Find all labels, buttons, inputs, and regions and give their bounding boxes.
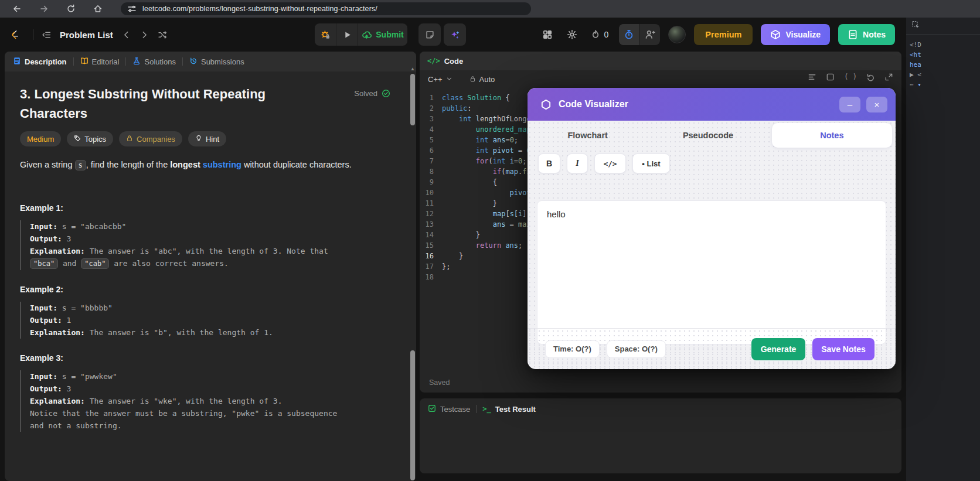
brackets-icon[interactable]: ( )	[844, 73, 857, 84]
chip-medium[interactable]: Medium	[20, 131, 61, 146]
ai-assistant-button[interactable]	[444, 23, 466, 46]
next-problem-icon[interactable]	[139, 30, 149, 40]
text-run: Output:	[30, 234, 62, 243]
save-notes-button[interactable]: Save Notes	[812, 338, 874, 360]
play-icon	[342, 30, 352, 40]
devtools-line[interactable]: hea	[910, 60, 980, 70]
scrollbar-thumb-lower[interactable]	[410, 350, 415, 480]
streak-counter[interactable]: 0	[590, 29, 609, 40]
minimize-button[interactable]: –	[839, 97, 860, 112]
example-label: Example 2:	[20, 285, 390, 294]
invite-button[interactable]	[639, 24, 660, 45]
inline-code: "bca"	[30, 258, 58, 269]
reload-icon[interactable]	[66, 4, 76, 14]
scrollbar-up-arrow[interactable]: ▲	[410, 67, 415, 71]
inline-link[interactable]: substring	[203, 160, 241, 169]
sticky-note-button[interactable]	[418, 23, 441, 46]
modal-tab-pseudocode[interactable]: Pseudocode	[648, 121, 768, 150]
space-complexity-pill[interactable]: Space: O(?)	[607, 340, 666, 358]
modal-tab-notes[interactable]: Notes	[772, 123, 892, 148]
devtools-elements-tree[interactable]: <!D<hthea▶ <⋯ ▾	[906, 35, 980, 90]
window-icon[interactable]	[826, 73, 835, 84]
line-number: 5	[420, 135, 442, 145]
leetcode-logo[interactable]	[9, 30, 25, 40]
forward-icon[interactable]	[39, 4, 49, 14]
tab-test-result[interactable]: >_ Test Result	[482, 405, 536, 414]
list-button[interactable]: • List	[632, 153, 670, 173]
scrollbar-thumb[interactable]	[410, 74, 415, 125]
back-icon[interactable]	[12, 4, 22, 14]
example-line: Input: s = "pwwkew"	[30, 370, 390, 383]
visualize-button[interactable]: Visualize	[761, 24, 830, 45]
description-panel: DescriptionEditorialSolutionsSubmissions…	[5, 52, 416, 481]
tab-description[interactable]: Description	[13, 57, 67, 67]
text-run: without duplicate characters.	[241, 160, 352, 169]
sparkles-icon	[450, 30, 460, 40]
editor-actions: ( )	[808, 73, 893, 84]
modal-tab-flowchart[interactable]: Flowchart	[528, 121, 648, 150]
language-selector[interactable]: C++	[428, 75, 452, 84]
text-run: Explanation:	[30, 247, 85, 255]
line-number: 18	[420, 272, 442, 282]
devtools-line[interactable]: ⋯ ▾	[910, 80, 980, 90]
tab-testcase[interactable]: Testcase	[428, 404, 470, 414]
chip-topics[interactable]: Topics	[67, 131, 113, 146]
home-icon[interactable]	[93, 4, 103, 14]
undo-icon[interactable]	[866, 73, 875, 84]
premium-button[interactable]: Premium	[694, 24, 753, 45]
submit-button[interactable]: Submit	[358, 23, 407, 46]
tab-submissions[interactable]: Submissions	[189, 57, 244, 67]
debug-button[interactable]	[315, 23, 336, 46]
chip-hint[interactable]: Hint	[188, 131, 226, 146]
apps-grid-icon[interactable]	[542, 29, 553, 40]
leetcode-app: Problem List Submit	[0, 18, 980, 481]
problem-list-link[interactable]: Problem List	[60, 30, 113, 40]
gear-icon[interactable]	[567, 29, 577, 40]
auto-label: Auto	[479, 75, 495, 84]
inline-code: s	[75, 160, 86, 170]
tab-label: Description	[25, 57, 67, 66]
debug-icon	[321, 30, 331, 40]
problem-list-icon[interactable]	[42, 30, 52, 40]
tab-label: Submissions	[201, 57, 244, 66]
streak-count: 0	[604, 30, 609, 39]
devtools-line[interactable]: <ht	[910, 50, 980, 60]
format-lines-icon[interactable]	[808, 73, 816, 84]
text-run: The answer is "b", with the length of 1.	[85, 328, 273, 337]
italic-button[interactable]: I	[567, 153, 588, 173]
code-text: if(map.find	[442, 166, 539, 177]
code-format-button[interactable]: </>	[594, 153, 626, 173]
chip-companies[interactable]: Companies	[119, 131, 182, 146]
time-complexity-pill[interactable]: Time: O(?)	[545, 340, 600, 358]
timer-pill	[619, 24, 660, 45]
inline-code: "cab"	[81, 258, 109, 269]
code-panel-title: Code	[444, 57, 464, 66]
bold-button[interactable]: B	[538, 153, 560, 173]
run-button[interactable]	[336, 23, 358, 46]
line-number: 15	[420, 240, 442, 251]
address-bar[interactable]: leetcode.com/problems/longest-substring-…	[121, 2, 531, 15]
code-text: int ans=0;	[442, 135, 518, 145]
prev-problem-icon[interactable]	[121, 30, 131, 40]
close-button[interactable]: ×	[866, 97, 887, 112]
inspect-icon[interactable]	[911, 21, 920, 32]
devtools-line[interactable]: <!D	[910, 40, 980, 50]
stopwatch-button[interactable]	[619, 24, 639, 45]
devtools-line[interactable]: ▶ <	[910, 70, 980, 80]
expand-icon[interactable]	[884, 73, 893, 84]
text-run: are also correct answers.	[109, 259, 229, 268]
avatar[interactable]	[668, 26, 686, 43]
tab-solutions[interactable]: Solutions	[132, 57, 175, 67]
line-number: 14	[420, 230, 442, 240]
shuffle-icon[interactable]	[158, 30, 168, 40]
tab-editorial[interactable]: Editorial	[80, 57, 120, 67]
text-run: Explanation:	[30, 328, 85, 337]
auto-toggle[interactable]: Auto	[469, 75, 495, 84]
notes-editor[interactable]: hello	[537, 200, 886, 344]
chip-label: Companies	[137, 135, 175, 144]
generate-button[interactable]: Generate	[751, 338, 805, 360]
divider	[182, 57, 183, 66]
notes-button[interactable]: Notes	[838, 24, 895, 45]
site-info-icon[interactable]	[127, 4, 137, 14]
main-navbar: Problem List Submit	[0, 18, 980, 52]
